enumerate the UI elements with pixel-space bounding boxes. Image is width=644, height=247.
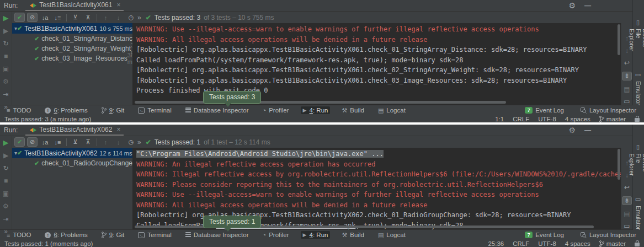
toolwindow-run[interactable]: ▶4: Run [301,106,331,114]
toolwindow-database-inspector[interactable]: Database Inspector [183,106,251,114]
test-history-icon[interactable]: ◷ [126,137,136,147]
rerun-tests-icon[interactable]: ▶ [3,139,9,146]
test-case-row[interactable]: ✔ check_01_RadioGroupChange 12 s 114 ms [12,158,132,168]
event-log-button[interactable]: 7Event Log [523,106,566,114]
stop-icon[interactable]: ■ [4,53,8,60]
toolwindow-build[interactable]: ⚒Build [339,231,366,239]
show-passed-toggle[interactable]: ✔ [14,137,25,147]
toolwindow-logcat[interactable]: ▤Logcat [376,231,408,239]
status-message[interactable]: Tests passed: 1 (moments ago) [4,240,93,247]
previous-failed-icon[interactable]: ↑ [100,137,111,147]
toolwindow-run[interactable]: ▶4: Run [301,231,331,239]
layout-inspector-button[interactable]: Layout Inspector [578,231,638,239]
toolwindow-terminal[interactable]: ›_Terminal [136,106,173,114]
screenshot-icon[interactable]: ▣ [3,190,9,197]
toolwindow-terminal[interactable]: ›_Terminal [136,231,173,239]
test-suite-row[interactable]: ▾ ✔ TestB1BasicActivityX062 (org.aplas.t… [12,148,132,158]
toolwindow-todo[interactable]: ≡TODO [4,231,33,239]
close-icon[interactable]: × [116,1,120,9]
toolwindow-emulator[interactable]: ▭ Emulator [635,71,642,105]
passed-check-icon: ✔ [34,35,39,42]
layout-inspector-button[interactable]: Layout Inspector [578,106,638,114]
toolwindow-git[interactable]: 9: Git [99,106,127,114]
status-message[interactable]: Tests passed: 3 (a minute ago) [4,116,91,122]
caret-position[interactable]: 25:36 [488,240,504,247]
toolbar-overflow-chevron-icon[interactable]: » [137,14,141,22]
sort-alphabetically-icon[interactable]: ↓a [40,137,50,147]
close-icon[interactable]: × [116,126,120,133]
test-settings-icon[interactable]: ⚙ [3,78,9,85]
rerun-failed-tests-icon[interactable]: ▶ [3,28,8,34]
test-case-row[interactable]: ✔ check_03_Image_Resources 364 ms [12,53,132,63]
toolwindow-emulator[interactable]: ▭ Emulator [635,196,642,230]
git-branch-widget[interactable]: master [599,240,626,247]
vertical-scrollbar[interactable] [618,24,620,55]
toolwindow-profiler[interactable]: ◔Profiler [260,231,291,239]
toolwindow-device-file-explorer[interactable]: ▯ Device File Explorer [629,19,644,55]
test-case-row[interactable]: ✔ check_01_StringArray_Distance 10 s 64 … [12,34,132,44]
lock-icon[interactable] [635,118,640,122]
clear-console-icon[interactable]: ▭ [624,98,630,105]
test-suite-row[interactable]: ▾ ✔ TestB1BasicActivityX061 (org.aplas.t… [12,23,132,34]
rerun-failed-tests-icon[interactable]: ▶ [3,152,8,159]
sort-by-duration-icon[interactable]: ↓≡ [52,137,63,147]
print-icon[interactable]: ▤ [624,211,630,217]
test-settings-icon[interactable]: ⚙ [3,203,9,210]
horizontal-scrollbar[interactable] [135,101,506,104]
scroll-to-end-icon[interactable]: ⇟ [622,72,632,80]
indent-setting[interactable]: 4 spaces [565,116,590,122]
test-history-icon[interactable]: ◷ [126,13,136,22]
soft-wrap-icon[interactable]: ↩ [624,184,630,191]
sort-alphabetically-icon[interactable]: ↓a [40,13,50,22]
test-case-row[interactable]: ✔ check_02_StringArray_Weight 327 ms [12,44,132,53]
show-passed-toggle[interactable]: ✔ [14,13,25,22]
expand-all-icon[interactable]: ⊻ [70,137,81,147]
file-encoding[interactable]: UTF-8 [538,116,556,122]
navigate-icon[interactable]: ⇥ [3,216,8,222]
navigate-icon[interactable]: ⇥ [3,91,8,98]
show-ignored-toggle[interactable]: ⊘ [27,13,38,22]
gear-icon[interactable]: ⚙ [568,2,576,9]
next-failed-icon[interactable]: ↓ [113,13,124,22]
minimize-icon[interactable]: — [584,126,591,134]
stop-icon[interactable]: ■ [4,178,8,184]
toolwindow-problems[interactable]: !6: Problems [42,106,89,114]
soft-wrap-icon[interactable]: ↩ [624,60,630,66]
toolwindow-database-inspector[interactable]: Database Inspector [183,231,251,239]
vertical-scrollbar[interactable] [618,149,620,180]
event-log-button[interactable]: 7Event Log [523,231,566,239]
screenshot-icon[interactable]: ▣ [3,66,9,72]
git-branch-widget[interactable]: master [599,116,626,122]
collapse-all-icon[interactable]: ⊼ [83,13,93,22]
collapse-all-icon[interactable]: ⊼ [83,137,93,147]
toolwindow-profiler[interactable]: ◔Profiler [260,106,291,114]
toolwindow-git[interactable]: 9: Git [99,231,127,239]
toolwindow-logcat[interactable]: ▤Logcat [376,106,408,114]
toolwindow-problems[interactable]: !6: Problems [42,231,89,239]
toolwindow-build[interactable]: ⚒Build [339,106,366,114]
clear-console-icon[interactable]: ▭ [624,223,630,229]
sort-by-duration-icon[interactable]: ↓≡ [52,13,63,22]
rerun-icon[interactable]: ↻ [3,40,8,47]
tab-test-x062[interactable]: TestB1BasicActivityX062 × [25,125,124,136]
show-ignored-toggle[interactable]: ⊘ [27,137,38,147]
tab-test-x061[interactable]: TestB1BasicActivityX061 × [25,0,124,11]
print-icon[interactable]: ▤ [624,86,630,93]
toolwindow-todo[interactable]: ≡TODO [4,106,33,114]
gear-icon[interactable]: ⚙ [568,126,576,134]
line-separator[interactable]: CRLF [513,116,529,122]
next-failed-icon[interactable]: ↓ [113,137,124,147]
caret-position[interactable]: 1:1 [495,116,504,122]
scroll-to-end-icon[interactable]: ⇟ [622,196,632,205]
file-encoding[interactable]: UTF-8 [538,240,556,247]
line-separator[interactable]: CRLF [513,240,529,247]
lock-icon[interactable] [635,243,640,246]
rerun-icon[interactable]: ↻ [3,165,8,171]
previous-failed-icon[interactable]: ↑ [100,13,111,22]
minimize-icon[interactable]: — [584,2,591,9]
expand-all-icon[interactable]: ⊻ [70,13,81,22]
toolwindow-device-file-explorer[interactable]: ▯ Device File Explorer [629,143,644,179]
indent-setting[interactable]: 4 spaces [565,240,590,247]
rerun-tests-icon[interactable]: ▶ [3,14,9,22]
toolbar-overflow-chevron-icon[interactable]: » [137,138,141,146]
